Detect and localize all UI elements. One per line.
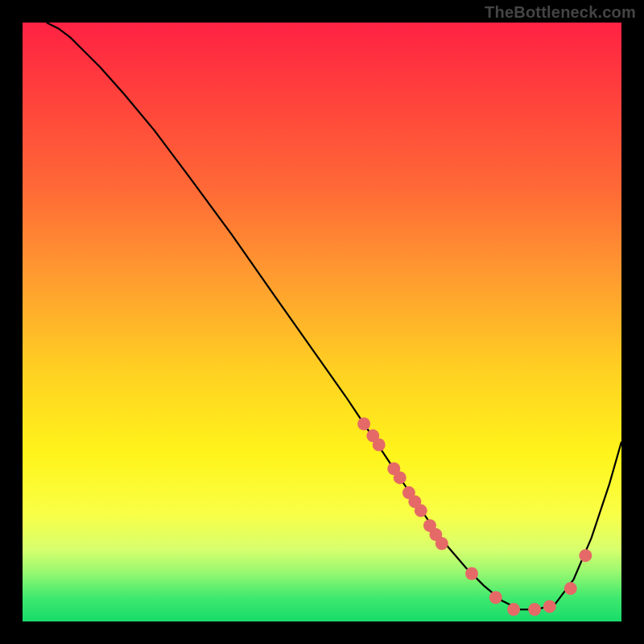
- curve-marker: [394, 471, 407, 484]
- curve-markers: [357, 417, 592, 616]
- curve-marker: [564, 582, 577, 595]
- curve-marker: [357, 417, 370, 430]
- curve-marker: [373, 439, 386, 452]
- watermark-label: TheBottleneck.com: [485, 3, 636, 22]
- curve-marker: [507, 603, 520, 616]
- curve-marker: [415, 504, 427, 517]
- curve-chart: [23, 23, 621, 621]
- curve-marker: [489, 591, 502, 604]
- curve-marker: [436, 537, 448, 550]
- curve-path: [47, 23, 621, 609]
- curve-marker: [528, 603, 541, 616]
- plot-area: [23, 23, 621, 621]
- curve-marker: [579, 549, 592, 562]
- curve-marker: [465, 567, 478, 580]
- chart-page: TheBottleneck.com: [0, 0, 644, 644]
- curve-marker: [543, 600, 556, 613]
